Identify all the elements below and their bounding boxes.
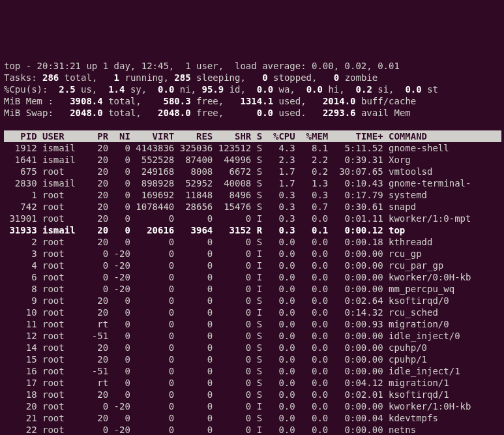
cpu-ni-label: ni, [180,84,202,95]
process-row: 31933 ismail 20 0 20616 3964 3152 R 0.3 … [4,225,471,235]
cpu-si-label: si, [378,84,405,95]
tasks-stopped: 0 [262,72,273,83]
cpu-si: 0.2 [356,84,378,95]
swap-total-label: total, [108,108,158,118]
process-row: 16 root -51 0 0 0 0 S 0.0 0.0 0:00.00 id… [4,366,471,376]
process-row: 675 root 20 0 249168 8008 6672 S 1.7 0.2… [4,166,471,177]
process-row: 1912 ismail 20 0 4143836 325036 123512 S… [4,143,471,153]
process-row: 3 root 0 -20 0 0 0 I 0.0 0.0 0:00.00 rcu… [4,248,471,259]
swap-used: 0.0 [257,108,279,118]
cpu-us-label: us, [81,84,108,95]
mem-total: 3908.4 [70,96,108,106]
swap-avail: 2293.6 [323,108,361,118]
swap-label: MiB Swap: [4,108,70,118]
process-row: 9 root 20 0 0 0 0 S 0.0 0.0 0:02.64 ksof… [4,295,471,306]
process-row: 1 root 20 0 169692 11848 8496 S 0.3 0.3 … [4,190,471,200]
mem-used: 1314.1 [240,96,278,106]
process-row: 2830 ismail 20 0 898928 52952 40008 S 1.… [4,178,471,188]
cpu-id-label: id, [230,84,257,95]
process-row: 20 root 0 -20 0 0 0 I 0.0 0.0 0:00.00 kw… [4,401,471,412]
swap-free-label: free, [196,108,257,118]
mem-buff: 2014.0 [323,96,361,106]
swap-total: 2048.0 [70,108,108,118]
process-row: 17 root rt 0 0 0 0 S 0.0 0.0 0:04.12 mig… [4,378,471,388]
process-row: 15 root 20 0 0 0 0 S 0.0 0.0 0:00.00 cpu… [4,354,471,365]
process-row: 31901 root 20 0 0 0 0 I 0.3 0.0 0:01.11 … [4,213,471,224]
cpu-id: 95.9 [201,84,229,95]
swap-avail-label: avail Mem [361,108,411,118]
terminal[interactable]: top - 20:31:21 up 1 day, 12:45, 1 user, … [0,47,504,435]
column-header: PID USER PR NI VIRT RES SHR S %CPU %MEM … [4,130,501,142]
process-list: 1912 ismail 20 0 4143836 325036 123512 S… [4,142,501,435]
cpu-label: %Cpu(s): [4,84,59,95]
cpu-sy: 1.4 [108,84,130,95]
process-row: 6 root 0 -20 0 0 0 I 0.0 0.0 0:00.00 kwo… [4,272,471,282]
mem-total-label: total, [108,96,163,106]
cpu-hi-label: hi, [328,84,355,95]
tasks-running: 1 [114,72,125,83]
process-row: 21 root 20 0 0 0 0 S 0.0 0.0 0:00.04 kde… [4,413,471,423]
cpu-sy-label: sy, [130,84,158,95]
cpu-us: 2.5 [59,84,81,95]
swap-free: 2048.0 [158,108,196,118]
tasks-sleeping: 285 [174,72,196,83]
mem-used-label: used, [279,96,323,106]
process-row: 10 root 20 0 0 0 0 I 0.0 0.0 0:14.32 rcu… [4,307,471,318]
process-row: 4 root 0 -20 0 0 0 I 0.0 0.0 0:00.00 rcu… [4,260,471,271]
mem-label: MiB Mem : [4,96,70,106]
tasks-total: 286 [37,72,65,83]
tasks-zombie: 0 [334,72,345,83]
process-row: 14 root 20 0 0 0 0 S 0.0 0.0 0:00.00 cpu… [4,342,471,353]
process-row: 22 root 0 -20 0 0 0 I 0.0 0.0 0:00.00 ne… [4,425,471,435]
process-row: 12 root -51 0 0 0 0 S 0.0 0.0 0:00.00 id… [4,331,471,341]
tasks-label: Tasks: [4,72,37,83]
process-row: 8 root 0 -20 0 0 0 I 0.0 0.0 0:00.00 mm_… [4,284,471,294]
tasks-zombie-label: zombie [345,72,378,83]
process-row: 1641 ismail 20 0 552528 87400 44996 S 2.… [4,155,471,165]
tasks-running-label: running, [125,72,174,83]
process-row: 2 root 20 0 0 0 0 S 0.0 0.0 0:00.18 kthr… [4,237,471,247]
process-row: 18 root 20 0 0 0 0 S 0.0 0.0 0:02.01 kso… [4,389,471,400]
tasks-stopped-label: stopped, [273,72,334,83]
cpu-st-label: st [427,84,438,95]
mem-free-label: free, [196,96,240,106]
cpu-wa: 0.0 [257,84,279,95]
process-row: 11 root rt 0 0 0 0 S 0.0 0.0 0:00.93 mig… [4,319,471,329]
process-row: 742 root 20 0 1078440 28656 15476 S 0.3 … [4,202,471,212]
swap-used-label: used. [278,108,322,118]
cpu-st: 0.0 [405,84,427,95]
tasks-sleeping-label: sleeping, [196,72,262,83]
cpu-ni: 0.0 [158,84,180,95]
cpu-hi: 0.0 [306,84,329,95]
tasks-total-label: total, [65,72,114,83]
cpu-wa-label: wa, [279,84,306,95]
mem-buff-label: buff/cache [361,96,416,106]
summary-line-uptime: top - 20:31:21 up 1 day, 12:45, 1 user, … [4,61,400,71]
mem-free: 580.3 [163,96,196,106]
